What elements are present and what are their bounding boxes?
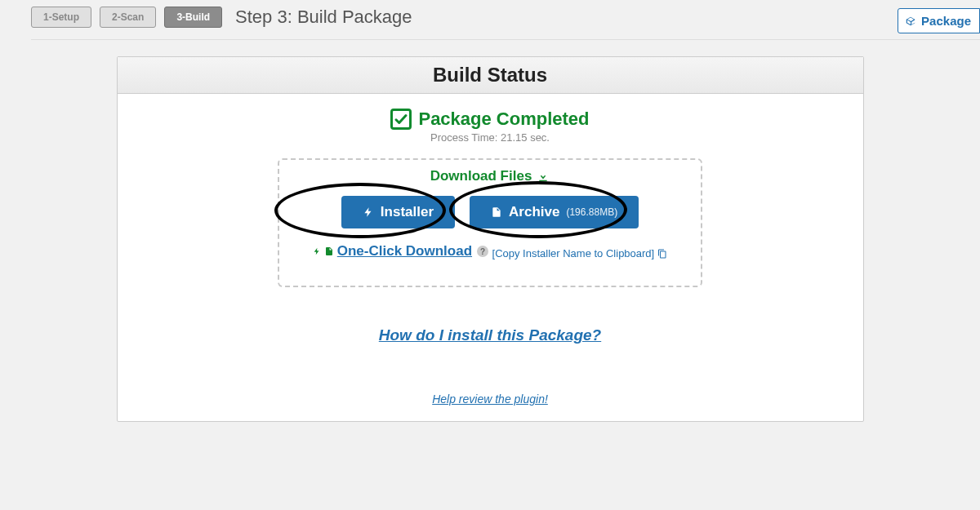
download-title-label: Download Files — [430, 168, 532, 184]
file-icon — [324, 246, 334, 257]
copy-installer-name[interactable]: [Copy Installer Name to Clipboard] — [492, 247, 668, 259]
file-icon — [491, 206, 502, 219]
help-icon[interactable]: ? — [477, 246, 488, 257]
build-status-panel: Build Status Package Completed Process T… — [117, 56, 864, 422]
installer-button[interactable]: Installer — [341, 196, 455, 228]
checkbox-icon — [390, 109, 412, 130]
archive-button[interactable]: Archive (196.88MB) — [470, 196, 639, 228]
divider — [31, 39, 980, 40]
installer-label: Installer — [381, 204, 434, 220]
status-text: Package Completed — [418, 109, 589, 130]
panel-title: Build Status — [118, 57, 863, 94]
one-click-download: One-Click Download ? — [313, 243, 488, 259]
step-3-pill[interactable]: 3-Build — [164, 7, 222, 28]
download-buttons: Installer Archive (196.88MB) — [279, 196, 701, 228]
step-2-pill[interactable]: 2-Scan — [100, 7, 156, 28]
download-icon — [537, 170, 550, 183]
packages-button[interactable]: Package — [898, 8, 980, 33]
step-title: Step 3: Build Package — [235, 7, 412, 28]
clipboard-icon — [657, 249, 667, 259]
step-1-pill[interactable]: 1-Setup — [31, 7, 91, 28]
step-bar: 1-Setup 2-Scan 3-Build Step 3: Build Pac… — [0, 0, 980, 34]
review-anchor[interactable]: Help review the plugin! — [432, 392, 548, 406]
copy-label: [Copy Installer Name to Clipboard] — [492, 247, 655, 259]
package-icon — [905, 16, 916, 27]
archive-label: Archive — [509, 204, 559, 220]
status-line: Package Completed — [118, 109, 863, 130]
review-link: Help review the plugin! — [118, 392, 863, 421]
install-help-link: How do I install this Package? — [118, 326, 863, 344]
download-box: Download Files Installer Archive (196.88… — [278, 158, 702, 287]
archive-size: (196.88MB) — [566, 206, 617, 218]
bolt-icon — [363, 206, 374, 219]
process-time: Process Time: 21.15 sec. — [118, 131, 863, 144]
download-title: Download Files — [430, 168, 550, 184]
packages-button-label: Package — [921, 14, 971, 28]
install-help-anchor[interactable]: How do I install this Package? — [379, 326, 601, 344]
bolt-icon — [313, 246, 321, 257]
one-click-link[interactable]: One-Click Download — [337, 243, 472, 259]
